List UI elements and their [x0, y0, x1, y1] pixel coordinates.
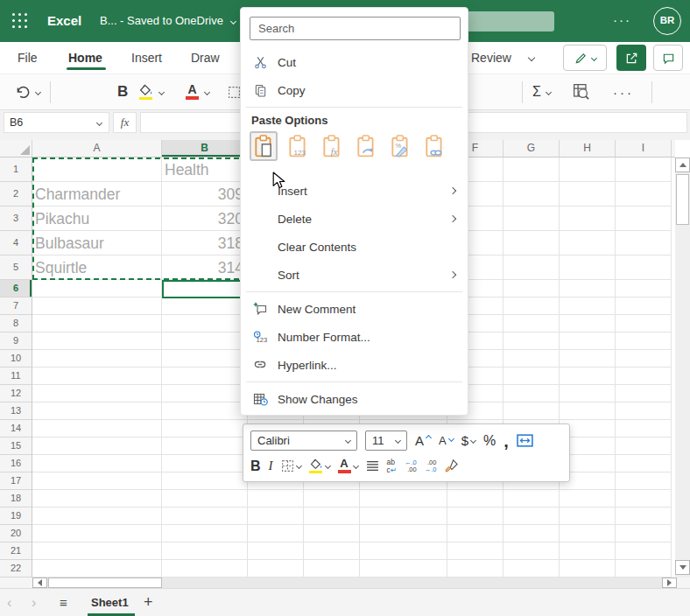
- paste-transpose-button[interactable]: [352, 131, 380, 161]
- grid-cell-B5[interactable]: 314: [162, 256, 248, 280]
- grid-cell-A5[interactable]: Squirtle: [32, 256, 162, 280]
- menu-item-show-changes[interactable]: Show Changes: [241, 385, 468, 413]
- paste-formatting-button[interactable]: %: [386, 131, 414, 161]
- row-header-2[interactable]: 2: [0, 182, 32, 206]
- paste-formulas-button[interactable]: fx: [318, 131, 346, 161]
- avatar[interactable]: BR: [653, 7, 681, 35]
- menu-item-hyperlink[interactable]: Hyperlink...: [241, 351, 468, 379]
- document-title[interactable]: B... - Saved to OneDrive: [100, 0, 236, 42]
- row-header-4[interactable]: 4: [0, 231, 32, 256]
- grid-cell-B3[interactable]: 320: [162, 206, 248, 231]
- menu-item-new-comment[interactable]: New Comment: [241, 295, 468, 323]
- comments-button[interactable]: [653, 45, 683, 71]
- mini-font-color-button[interactable]: A: [338, 458, 358, 473]
- comma-format-button[interactable]: ,: [503, 438, 509, 444]
- mini-wrap-text-button[interactable]: abc↵: [387, 458, 397, 474]
- find-button[interactable]: [573, 74, 590, 109]
- scroll-up-button[interactable]: [675, 158, 690, 172]
- row-header-22[interactable]: 22: [0, 560, 32, 578]
- scroll-right-button[interactable]: [662, 578, 677, 588]
- row-header-5[interactable]: 5: [0, 256, 32, 280]
- mini-format-painter-button[interactable]: [444, 458, 459, 473]
- sheet-tab-sheet1[interactable]: Sheet1: [91, 589, 129, 616]
- row-header-19[interactable]: 19: [0, 508, 32, 525]
- row-header-14[interactable]: 14: [0, 420, 32, 438]
- horizontal-scroll-thumb[interactable]: [48, 578, 162, 588]
- mini-increase-decimal-button[interactable]: ←.0.00: [405, 459, 417, 473]
- tab-file[interactable]: File: [18, 42, 38, 74]
- column-header-G[interactable]: G: [503, 140, 560, 157]
- row-header-20[interactable]: 20: [0, 525, 32, 542]
- scroll-left-button[interactable]: [32, 578, 47, 588]
- column-header-A[interactable]: A: [32, 140, 162, 157]
- row-header-1[interactable]: 1: [0, 158, 32, 182]
- share-button[interactable]: [616, 45, 646, 71]
- row-header-3[interactable]: 3: [0, 206, 32, 231]
- next-sheet-button[interactable]: ›: [32, 589, 36, 616]
- row-header-11[interactable]: 11: [0, 368, 32, 385]
- scroll-down-button[interactable]: [675, 560, 690, 575]
- fx-button[interactable]: fx: [113, 112, 137, 133]
- menu-item-clear-contents[interactable]: Clear Contents: [241, 233, 468, 261]
- accounting-format-button[interactable]: $: [461, 433, 475, 448]
- menu-item-copy[interactable]: Copy: [241, 76, 468, 104]
- row-header-17[interactable]: 17: [0, 472, 32, 490]
- row-header-8[interactable]: 8: [0, 315, 32, 332]
- row-header-13[interactable]: 13: [0, 402, 32, 420]
- app-launcher-icon[interactable]: [12, 13, 28, 29]
- prev-sheet-button[interactable]: ‹: [7, 589, 11, 616]
- mini-fill-color-button[interactable]: [309, 458, 330, 474]
- row-header-6[interactable]: 6: [0, 280, 32, 298]
- menu-item-cut[interactable]: Cut: [241, 48, 468, 76]
- grid-cell-A4[interactable]: Bulbasaur: [32, 231, 162, 256]
- mini-align-button[interactable]: [366, 460, 379, 472]
- name-box[interactable]: B6: [4, 112, 109, 133]
- percent-format-button[interactable]: %: [483, 433, 496, 449]
- context-menu-search-input[interactable]: [250, 17, 461, 40]
- mini-bold-button[interactable]: B: [250, 458, 261, 474]
- menu-item-delete[interactable]: Delete: [241, 205, 468, 233]
- row-header-7[interactable]: 7: [0, 298, 32, 315]
- borders-button[interactable]: [228, 74, 241, 109]
- titlebar-more-button[interactable]: ···: [613, 0, 631, 40]
- row-header-16[interactable]: 16: [0, 455, 32, 472]
- decrease-font-size-button[interactable]: A: [439, 434, 454, 447]
- column-header-B[interactable]: B: [162, 140, 248, 157]
- menu-item-sort[interactable]: Sort: [241, 261, 468, 289]
- fill-color-button[interactable]: [138, 74, 164, 109]
- sheet-list-menu-icon[interactable]: ≡: [60, 589, 67, 616]
- paste-button[interactable]: [250, 131, 278, 161]
- menu-item-number-format[interactable]: 123 Number Format...: [241, 323, 468, 351]
- grid-cell-A2[interactable]: Charmander: [32, 182, 162, 206]
- grid-cell-B1[interactable]: Health: [162, 158, 248, 182]
- row-header-15[interactable]: 15: [0, 438, 32, 455]
- row-header-12[interactable]: 12: [0, 385, 32, 402]
- row-header-21[interactable]: 21: [0, 542, 32, 560]
- toolbar-more-button[interactable]: ···: [613, 74, 634, 109]
- tab-review[interactable]: Review: [471, 42, 511, 74]
- column-header-I[interactable]: I: [616, 140, 672, 157]
- add-sheet-button[interactable]: +: [144, 589, 153, 616]
- autosum-button[interactable]: Σ: [532, 74, 551, 109]
- grid-cell-B4[interactable]: 318: [162, 231, 248, 256]
- select-all-corner[interactable]: [0, 140, 32, 157]
- menu-item-insert[interactable]: Insert: [241, 177, 468, 205]
- mini-borders-button[interactable]: [281, 459, 301, 472]
- row-header-18[interactable]: 18: [0, 490, 32, 508]
- mini-font-size-select[interactable]: 11: [365, 430, 407, 451]
- bold-button[interactable]: B: [117, 74, 128, 109]
- mini-italic-button[interactable]: I: [269, 458, 273, 473]
- font-color-button[interactable]: A: [186, 74, 209, 109]
- editing-mode-button[interactable]: [563, 45, 607, 71]
- autofit-button[interactable]: [517, 434, 533, 447]
- grid-cell-B2[interactable]: 309: [162, 182, 248, 206]
- mini-font-name-select[interactable]: Calibri: [250, 430, 357, 451]
- tab-insert[interactable]: Insert: [131, 42, 162, 74]
- paste-link-button[interactable]: [420, 131, 448, 161]
- column-header-H[interactable]: H: [560, 140, 616, 157]
- row-header-9[interactable]: 9: [0, 332, 32, 350]
- paste-values-button[interactable]: 123: [284, 131, 312, 161]
- vertical-scroll-thumb[interactable]: [676, 174, 689, 225]
- grid-cell-A3[interactable]: Pikachu: [32, 206, 162, 231]
- row-header-10[interactable]: 10: [0, 350, 32, 368]
